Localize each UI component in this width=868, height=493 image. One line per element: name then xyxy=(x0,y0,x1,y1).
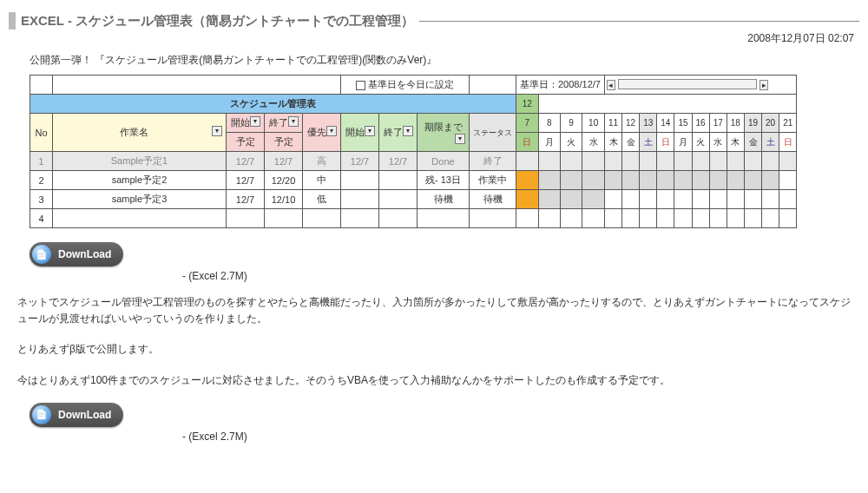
gantt-cell xyxy=(640,209,657,228)
day-num: 21 xyxy=(779,114,797,133)
dow: 月 xyxy=(674,133,692,152)
dow: 日 xyxy=(516,133,539,152)
gantt-cell xyxy=(744,152,761,171)
cell-finish[interactable] xyxy=(379,190,418,209)
cell-finish[interactable]: 12/7 xyxy=(379,152,418,171)
cell-status[interactable]: 待機 xyxy=(470,190,516,209)
day-num: 19 xyxy=(744,114,761,133)
gantt-cell xyxy=(622,209,640,228)
cell-no[interactable]: 2 xyxy=(30,171,53,190)
gantt-cell xyxy=(538,171,560,190)
scroll-right-button[interactable]: ▸ xyxy=(760,80,768,90)
cell-priority[interactable]: 低 xyxy=(303,190,341,209)
cell-begin[interactable] xyxy=(341,190,379,209)
scroll-left-button[interactable]: ◂ xyxy=(607,80,615,90)
gantt-cell xyxy=(709,152,727,171)
gantt-cell xyxy=(744,190,761,209)
day-num: 17 xyxy=(709,114,727,133)
col-finish: 終了▾ xyxy=(379,114,418,152)
download-caption: - (Excel 2.7M) xyxy=(182,431,859,443)
cell-task[interactable]: sample予定3 xyxy=(53,190,227,209)
gantt-cell xyxy=(727,171,744,190)
gantt-cell xyxy=(516,152,539,171)
cell-task[interactable] xyxy=(53,209,227,228)
set-today-checkbox[interactable] xyxy=(356,81,365,90)
col-end-plan: 予定 xyxy=(265,133,303,152)
gantt-cell xyxy=(538,190,560,209)
download-button[interactable]: 📄 DownLoad xyxy=(30,242,123,266)
cell-status[interactable] xyxy=(470,209,516,228)
cell-task[interactable]: sample予定2 xyxy=(53,171,227,190)
download-label: DownLoad xyxy=(58,248,111,260)
cell-end[interactable] xyxy=(265,209,303,228)
day-num: 7 xyxy=(516,114,539,133)
scroll-track[interactable] xyxy=(618,79,757,89)
title-divider xyxy=(419,21,859,22)
table-row: 1Sample予定112/712/7高12/712/7Done終了 xyxy=(30,152,797,171)
page-subtitle: 公開第一弾！ 『スケジュール管理表(簡易ガントチャートでの工程管理)(関数のみV… xyxy=(30,53,859,68)
cell-due[interactable] xyxy=(418,209,470,228)
col-no: No xyxy=(30,114,53,152)
day-num: 16 xyxy=(692,114,709,133)
cell-due[interactable]: 待機 xyxy=(418,190,470,209)
cell-end[interactable]: 12/10 xyxy=(265,190,303,209)
day-num: 9 xyxy=(560,114,582,133)
gantt-cell xyxy=(762,152,779,171)
dropdown-icon[interactable]: ▾ xyxy=(288,116,299,127)
cell-start[interactable]: 12/7 xyxy=(227,190,265,209)
cell-finish[interactable] xyxy=(379,171,418,190)
gantt-cell xyxy=(538,152,560,171)
cell-end[interactable]: 12/7 xyxy=(265,152,303,171)
cell-end[interactable]: 12/20 xyxy=(265,171,303,190)
download-icon: 📄 xyxy=(32,405,51,424)
cell-no[interactable]: 4 xyxy=(30,209,53,228)
cell-begin[interactable] xyxy=(341,209,379,228)
day-num: 18 xyxy=(727,114,744,133)
cell-priority[interactable]: 中 xyxy=(303,171,341,190)
dropdown-icon[interactable]: ▾ xyxy=(403,126,413,136)
dropdown-icon[interactable]: ▾ xyxy=(212,126,222,136)
cell-start[interactable] xyxy=(227,209,265,228)
cell-start[interactable]: 12/7 xyxy=(227,152,265,171)
dropdown-icon[interactable]: ▾ xyxy=(455,134,465,144)
gantt-cell xyxy=(762,171,779,190)
cell-finish[interactable] xyxy=(379,209,418,228)
sheet-title: スケジュール管理表 xyxy=(30,95,516,114)
dow: 木 xyxy=(727,133,744,152)
cell-status[interactable]: 作業中 xyxy=(470,171,516,190)
download-button[interactable]: 📄 DownLoad xyxy=(30,403,123,427)
gantt-cell xyxy=(516,209,539,228)
cell-begin[interactable] xyxy=(341,171,379,190)
gantt-cell xyxy=(709,209,727,228)
cell-priority[interactable] xyxy=(303,209,341,228)
gantt-cell xyxy=(516,171,539,190)
col-end-top: 終了▾ xyxy=(265,114,303,133)
cell-no[interactable]: 1 xyxy=(30,152,53,171)
dow: 月 xyxy=(538,133,560,152)
gantt-cell xyxy=(604,171,621,190)
day-num: 10 xyxy=(582,114,605,133)
gantt-cell xyxy=(604,209,621,228)
dow: 土 xyxy=(640,133,657,152)
day-num: 8 xyxy=(538,114,560,133)
cell-task[interactable]: Sample予定1 xyxy=(53,152,227,171)
dow: 金 xyxy=(622,133,640,152)
col-due: 期限まで▾ xyxy=(418,114,470,152)
cell-due[interactable]: 残- 13日 xyxy=(418,171,470,190)
cell-due[interactable]: Done xyxy=(418,152,470,171)
dropdown-icon[interactable]: ▾ xyxy=(365,126,375,136)
gantt-cell xyxy=(582,209,605,228)
cell-start[interactable]: 12/7 xyxy=(227,171,265,190)
dropdown-icon[interactable]: ▾ xyxy=(326,126,337,136)
gantt-cell xyxy=(560,152,582,171)
dropdown-icon[interactable]: ▾ xyxy=(250,116,260,127)
cell-status[interactable]: 終了 xyxy=(470,152,516,171)
col-priority: 優先▾ xyxy=(303,114,341,152)
cell-priority[interactable]: 高 xyxy=(303,152,341,171)
gantt-cell xyxy=(692,152,709,171)
col-begin: 開始▾ xyxy=(341,114,379,152)
cell-begin[interactable]: 12/7 xyxy=(341,152,379,171)
dow: 木 xyxy=(604,133,621,152)
gantt-cell xyxy=(779,209,797,228)
cell-no[interactable]: 3 xyxy=(30,190,53,209)
